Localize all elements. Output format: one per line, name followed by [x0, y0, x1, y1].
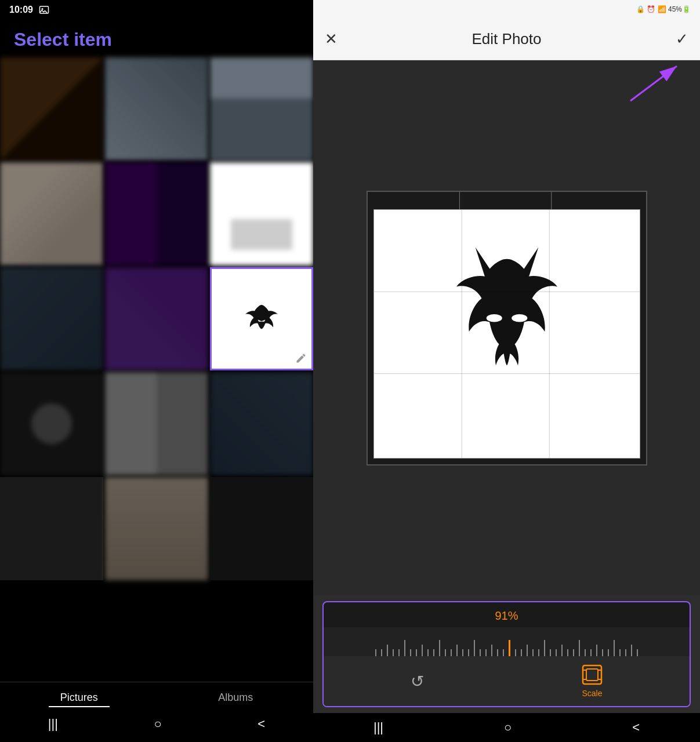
tick: [550, 649, 551, 656]
grid-cell-13[interactable]: [0, 477, 103, 580]
tick: [515, 649, 516, 656]
tick: [416, 649, 417, 656]
confirm-button[interactable]: ✓: [676, 30, 688, 48]
tab-albums[interactable]: Albums: [206, 689, 264, 707]
svg-rect-10: [583, 665, 601, 684]
scale-label: Scale: [582, 689, 602, 698]
arrow-annotation: [619, 60, 688, 109]
photo-icon: [39, 5, 49, 15]
tick: [474, 640, 475, 656]
tick: [573, 649, 574, 656]
grid-cell-15[interactable]: [210, 477, 313, 580]
svg-line-3: [630, 66, 677, 101]
scale-icon: [582, 664, 603, 685]
ruler-ticks: [328, 640, 685, 656]
grid-cell-3[interactable]: [210, 57, 313, 161]
active-tick: [509, 640, 510, 656]
recents-icon-right[interactable]: |||: [373, 720, 383, 735]
tick: [608, 649, 609, 656]
grid-cell-2[interactable]: [105, 57, 208, 161]
tick: [445, 649, 446, 656]
tick: [404, 640, 405, 656]
tick: [579, 640, 580, 656]
tab-pictures[interactable]: Pictures: [49, 689, 110, 707]
status-bar-left: 10:09: [0, 0, 313, 20]
nav-bar-left: ||| ○ <: [0, 712, 313, 736]
left-panel: 10:09 Select item: [0, 0, 313, 742]
rotate-button[interactable]: ↺: [411, 672, 424, 691]
back-icon-left[interactable]: <: [257, 716, 265, 732]
tick: [590, 649, 592, 656]
tick: [602, 649, 603, 656]
tick: [538, 649, 539, 656]
svg-rect-11: [586, 669, 598, 681]
batman-image: [426, 235, 588, 432]
edit-photo-header-wrapper: ✕ Edit Photo ✓: [313, 19, 700, 60]
grid-cell-6[interactable]: [210, 162, 313, 265]
photo-grid: [0, 57, 313, 580]
tick: [521, 649, 522, 656]
scale-button[interactable]: Scale: [582, 664, 603, 698]
tick: [422, 645, 423, 656]
grid-cell-1[interactable]: [0, 57, 103, 161]
tick: [631, 645, 632, 656]
grid-cell-10[interactable]: [105, 372, 208, 475]
tick: [480, 649, 481, 656]
close-button[interactable]: ✕: [325, 30, 338, 48]
tick: [410, 649, 411, 656]
right-ear: [523, 247, 538, 276]
tick: [561, 645, 563, 656]
grid-cell-4[interactable]: [0, 162, 103, 265]
status-bar-right: 🔒 ⏰ 📶 45%🔋: [313, 0, 700, 19]
top-grid: [368, 192, 646, 209]
photo-white-area: [373, 209, 640, 459]
tick: [427, 649, 429, 656]
grid-cell-8[interactable]: [105, 267, 208, 370]
back-icon-right[interactable]: <: [632, 720, 640, 735]
page-title: Select item: [0, 20, 313, 57]
grid-cell-11[interactable]: [210, 372, 313, 475]
right-eye: [512, 314, 527, 322]
scale-ruler[interactable]: [324, 627, 690, 656]
right-panel: 🔒 ⏰ 📶 45%🔋 ✕ Edit Photo ✓: [313, 0, 700, 742]
batman-mask: [456, 259, 557, 365]
recents-icon-left[interactable]: |||: [48, 716, 58, 732]
svg-point-1: [41, 8, 43, 10]
tick: [544, 640, 545, 656]
tick: [585, 649, 586, 656]
tick: [491, 645, 492, 656]
bottom-tabs: Pictures Albums: [0, 682, 313, 707]
edit-overlay-icon: [295, 352, 308, 365]
tick: [503, 649, 504, 656]
grid-cell-7[interactable]: [0, 267, 103, 370]
scale-controls: ↺ Scale: [324, 656, 690, 706]
selected-photo-cell[interactable]: [210, 267, 313, 370]
tick: [381, 649, 382, 656]
rotate-icon: ↺: [411, 672, 424, 691]
tick: [567, 649, 568, 656]
grid-cell-14[interactable]: [105, 477, 208, 580]
tick: [619, 649, 621, 656]
tick: [398, 649, 400, 656]
home-icon-right[interactable]: ○: [504, 720, 512, 735]
tick: [625, 649, 626, 656]
tick: [439, 640, 440, 656]
edit-photo-header: ✕ Edit Photo ✓: [313, 19, 700, 60]
tick: [532, 649, 534, 656]
photo-canvas: [313, 60, 700, 595]
left-eye: [486, 314, 502, 322]
grid-cell-5[interactable]: [105, 162, 208, 265]
photo-editing-area: 91%: [313, 60, 700, 713]
tick: [468, 649, 469, 656]
crop-container: [367, 191, 647, 465]
tick: [433, 649, 434, 656]
tick: [451, 649, 452, 656]
tick: [393, 649, 394, 656]
grid-cell-9[interactable]: [0, 372, 103, 475]
left-ear: [475, 247, 491, 276]
edit-photo-title: Edit Photo: [472, 30, 542, 48]
tick: [556, 649, 557, 656]
tick: [485, 649, 487, 656]
tick: [527, 645, 528, 656]
home-icon-left[interactable]: ○: [154, 716, 162, 732]
